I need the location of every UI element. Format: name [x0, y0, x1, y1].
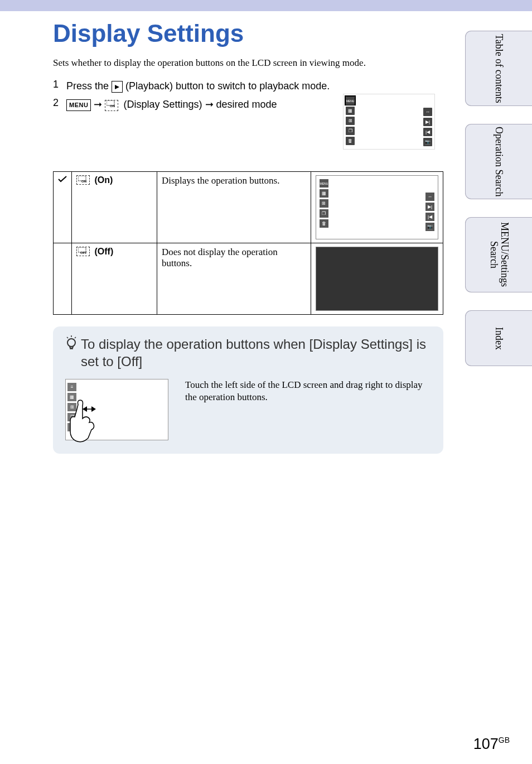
grid-icon: ⊞	[346, 117, 355, 125]
calendar-icon: ▦	[346, 107, 355, 115]
tab-toc[interactable]: Table of contents	[465, 31, 532, 106]
page-number: 107GB	[473, 736, 510, 753]
tip-box: To display the operation buttons when [D…	[53, 326, 443, 454]
tab-operation-search[interactable]: Operation Search	[465, 124, 532, 199]
off-label: (Off)	[94, 247, 113, 256]
next-icon: ▶|	[423, 118, 432, 126]
tip-title-text: To display the operation buttons when [D…	[81, 335, 433, 370]
step-post: (Playback) button to switch to playback …	[125, 80, 330, 92]
overlap-icon: ❐	[320, 209, 328, 218]
step-post: desired mode	[216, 99, 277, 110]
check-cell	[54, 172, 72, 243]
on-desc: Displays the operation buttons.	[157, 172, 311, 243]
svg-line-9	[75, 337, 76, 338]
checkmark-icon	[58, 175, 67, 183]
display-off-icon: OFF	[76, 247, 90, 256]
tab-label: Index	[494, 327, 505, 350]
tab-label: Operation Search	[494, 127, 505, 196]
camera-icon: 📷	[423, 138, 432, 146]
tip-body: ≡ ▦ ⊞ ❐ 🗑 Touch the left side of the LCD…	[65, 379, 433, 440]
side-tabs: Table of contents Operation Search MENU/…	[465, 31, 532, 366]
prev-icon: |◀	[423, 128, 432, 136]
page-region: GB	[499, 736, 510, 744]
svg-text:OFF: OFF	[80, 251, 87, 254]
step-1: 1 Press the (Playback) button to switch …	[53, 79, 443, 94]
table-row: ON (On) Displays the operation buttons. …	[54, 172, 443, 243]
option-label-off: OFF (Off)	[72, 243, 157, 315]
options-table: ON (On) Displays the operation buttons. …	[53, 171, 443, 315]
off-illustration-cell	[311, 243, 443, 315]
tab-menu-settings-search[interactable]: MENU/Settings Search	[465, 217, 532, 292]
lcd-illustration-main: MENU ▦ ⊞ ❐ 🗑 ↔ ▶| |◀ 📷	[343, 94, 435, 150]
page-num-value: 107	[473, 736, 499, 752]
option-label-on: ON (On)	[72, 172, 157, 243]
svg-line-8	[67, 337, 68, 338]
lcd-illustration-on: MENU ▦ ⊞ ❐ 🗑 ↔ ▶| |◀ 📷	[316, 175, 438, 239]
step-number: 2	[53, 97, 61, 112]
next-icon: ▶|	[425, 203, 434, 211]
menu-btn-icon: MENU	[346, 97, 355, 105]
wide-icon: ↔	[425, 193, 434, 201]
header-band	[0, 0, 532, 11]
camera-icon: 📷	[425, 223, 434, 231]
hand-icon	[66, 399, 96, 446]
svg-text:ON: ON	[81, 180, 86, 183]
tip-text: Touch the left side of the LCD screen an…	[185, 379, 433, 440]
trash-icon: 🗑	[346, 137, 355, 145]
table-row: OFF (Off) Does not display the operation…	[54, 243, 443, 315]
playback-icon	[112, 81, 123, 93]
menu-icon: MENU	[66, 99, 91, 111]
grid-icon: ⊞	[320, 199, 328, 208]
tab-label: MENU/Settings Search	[488, 218, 510, 292]
step-number: 1	[53, 79, 61, 94]
step-mid: (Display Settings)	[123, 99, 205, 110]
arrow-right-icon: ➞	[205, 99, 214, 110]
on-label: (On)	[94, 175, 113, 185]
overlap-icon: ❐	[346, 127, 355, 135]
menu-btn-icon: ≡	[67, 383, 76, 391]
check-cell	[54, 243, 72, 315]
display-on-icon: ON	[105, 100, 118, 111]
svg-point-10	[67, 339, 75, 347]
tip-illustration: ≡ ▦ ⊞ ❐ 🗑	[65, 379, 168, 440]
prev-icon: |◀	[425, 213, 434, 221]
tip-heading: To display the operation buttons when [D…	[65, 335, 433, 370]
step-body: MENU ➞ ON (Display Settings) ➞ desired m…	[66, 97, 277, 112]
off-desc: Does not display the operation buttons.	[157, 243, 311, 315]
intro-text: Sets whether to display the operation bu…	[53, 57, 443, 69]
step-body: Press the (Playback) button to switch to…	[66, 79, 330, 94]
menu-btn-icon: MENU	[320, 179, 328, 188]
step-pre: Press the	[66, 80, 112, 92]
on-illustration-cell: MENU ▦ ⊞ ❐ 🗑 ↔ ▶| |◀ 📷	[311, 172, 443, 243]
page-title: Display Settings	[53, 20, 443, 47]
svg-marker-0	[115, 85, 119, 89]
calendar-icon: ▦	[320, 189, 328, 198]
tab-index[interactable]: Index	[465, 310, 532, 366]
svg-text:ON: ON	[110, 104, 115, 108]
lcd-illustration-off	[316, 247, 438, 311]
tab-label: Table of contents	[494, 34, 505, 103]
wide-icon: ↔	[423, 108, 432, 116]
display-on-icon: ON	[76, 175, 90, 185]
trash-icon: 🗑	[320, 219, 328, 228]
lightbulb-icon	[65, 335, 78, 354]
arrow-right-icon: ➞	[94, 99, 105, 110]
